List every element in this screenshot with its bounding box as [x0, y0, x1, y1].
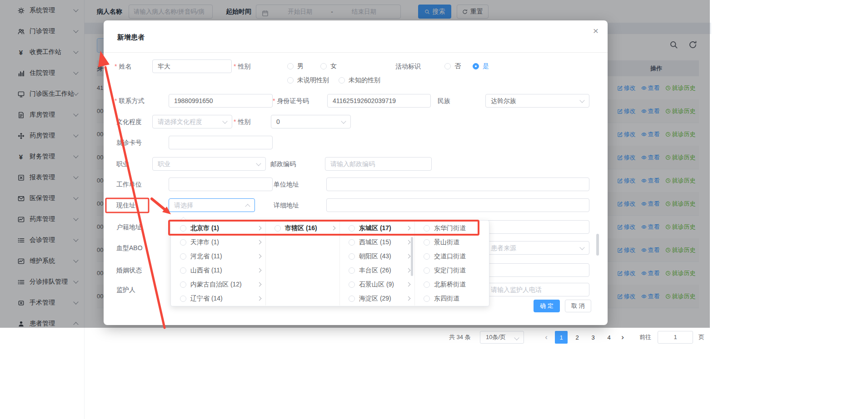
- active-flag-radio-no[interactable]: 否: [444, 59, 461, 73]
- cascader-option-beixinqiao[interactable]: 北新桥街道: [414, 277, 489, 291]
- prev-page-button[interactable]: ‹: [541, 331, 552, 344]
- modal-scrollbar[interactable]: [596, 234, 599, 256]
- cascader-option-jingshan[interactable]: 景山街道: [414, 235, 489, 249]
- chevron-right-icon: [257, 296, 262, 301]
- postcode-label: 邮政编码: [270, 157, 296, 171]
- chevron-up-icon: [245, 204, 250, 209]
- cascader-option-shixiaqu[interactable]: 市辖区 (16): [265, 221, 339, 235]
- chevron-down-icon: [579, 245, 584, 250]
- ethnicity-select[interactable]: 达斡尔族: [485, 94, 589, 108]
- next-page-button[interactable]: ›: [617, 331, 628, 344]
- chevron-down-icon: [341, 118, 346, 123]
- current-address-label: 现住址: [116, 198, 135, 212]
- chevron-right-icon: [406, 240, 411, 245]
- chevron-down-icon: [514, 335, 519, 340]
- gender-radio-unstated[interactable]: 未说明性别: [287, 74, 329, 87]
- cascader-option-tianjin[interactable]: 天津市 (1): [171, 235, 265, 249]
- active-flag-label: 活动标识: [395, 59, 421, 73]
- unit-address-input[interactable]: [326, 177, 589, 191]
- patient-source-select[interactable]: 患者来源: [485, 241, 589, 255]
- goto-label: 前往: [639, 333, 651, 341]
- household-address-label: 户籍地址: [116, 220, 142, 234]
- name-input[interactable]: 牢大: [152, 59, 232, 73]
- visit-card-input[interactable]: [169, 136, 273, 149]
- goto-unit: 页: [698, 333, 704, 341]
- cascader-option-shanxi[interactable]: 山西省 (11): [171, 263, 265, 277]
- cancel-button[interactable]: 取 消: [565, 300, 591, 312]
- cascader-district-column: 东城区 (17) 西城区 (15) 朝阳区 (43) 丰台区 (26) 石景山区…: [339, 221, 415, 306]
- work-unit-label: 工作单位: [116, 177, 142, 191]
- name-label: *姓名: [115, 59, 131, 73]
- detail-address-input[interactable]: [326, 198, 589, 212]
- marital-status-label: 婚姻状态: [116, 263, 142, 277]
- guardian-phone-input[interactable]: 请输入监护人电话: [485, 283, 589, 296]
- close-icon[interactable]: ×: [593, 26, 599, 35]
- cascader-province-column: 北京市 (1) 天津市 (1) 河北省 (11) 山西省 (11) 内蒙古自治区…: [171, 221, 266, 306]
- modal-title: 新增患者: [117, 33, 145, 42]
- guardian-label: 监护人: [116, 283, 135, 296]
- chevron-right-icon: [406, 296, 411, 301]
- id-number-label: *身份证号码: [273, 94, 309, 108]
- cascader-option-dongsi[interactable]: 东四街道: [414, 291, 489, 306]
- address-cascader-panel: 北京市 (1) 天津市 (1) 河北省 (11) 山西省 (11) 内蒙古自治区…: [170, 220, 489, 306]
- gender-code-label: *性别: [234, 115, 250, 128]
- active-flag-radio-yes[interactable]: 是: [473, 59, 489, 73]
- gender-radio-female[interactable]: 女: [320, 59, 337, 73]
- occupation-label: 职业: [116, 157, 129, 171]
- cascader-option-neimenggu[interactable]: 内蒙古自治区 (12): [171, 277, 265, 291]
- page-button-4[interactable]: 4: [603, 331, 615, 344]
- work-unit-input[interactable]: [169, 177, 273, 191]
- contact-input[interactable]: 19880991650: [169, 94, 273, 108]
- chevron-right-icon: [257, 254, 262, 259]
- cascader-option-fengtai[interactable]: 丰台区 (26): [339, 263, 414, 277]
- chevron-right-icon: [406, 282, 411, 287]
- chevron-right-icon: [406, 268, 411, 273]
- detail-address-label: 详细地址: [274, 198, 299, 212]
- education-select[interactable]: 请选择文化程度: [152, 115, 232, 128]
- id-number-input[interactable]: 411625192602039719: [327, 94, 431, 108]
- occupation-select[interactable]: 职业: [152, 157, 266, 171]
- cascader-option-andingmen[interactable]: 安定门街道: [414, 263, 489, 277]
- chevron-down-icon: [256, 161, 261, 166]
- unit-address-label: 单位地址: [274, 177, 299, 191]
- cascader-city-column: 市辖区 (16): [265, 221, 340, 306]
- gender-code-select[interactable]: 0: [271, 115, 351, 128]
- confirm-button[interactable]: 确 定: [534, 300, 560, 312]
- cascader-option-chaoyang[interactable]: 朝阳区 (43): [339, 249, 414, 263]
- cascader-street-column: 东华门街道 景山街道 交道口街道 安定门街道 北新桥街道 东四街道: [414, 221, 489, 306]
- contact-label: *联系方式: [115, 94, 144, 108]
- chevron-down-icon: [222, 118, 227, 123]
- chevron-right-icon: [406, 226, 411, 231]
- visit-card-label: 就诊卡号: [116, 136, 142, 149]
- gender-radio-male[interactable]: 男: [287, 59, 304, 73]
- app-window: 系统管理 门诊管理 ¥收费工作站 住院管理 门诊医生工作站 库房管理 药房管理 …: [0, 0, 868, 419]
- gender-label: *性别: [234, 59, 250, 73]
- current-address-cascader[interactable]: 请选择: [169, 198, 255, 212]
- cascader-option-hebei[interactable]: 河北省 (11): [171, 249, 265, 263]
- cascader-option-dongcheng[interactable]: 东城区 (17): [339, 221, 414, 235]
- page-button-2[interactable]: 2: [571, 331, 584, 344]
- cascader-option-xicheng[interactable]: 西城区 (15): [339, 235, 414, 249]
- gender-radio-unknown[interactable]: 未知的性别: [339, 74, 380, 87]
- page-size-select[interactable]: 10条/页: [480, 331, 524, 344]
- goto-page-input[interactable]: 1: [658, 331, 693, 344]
- postcode-input[interactable]: 请输入邮政编码: [325, 157, 432, 171]
- modal-divider: [104, 52, 608, 53]
- cascader-option-haidian[interactable]: 海淀区 (29): [339, 291, 414, 306]
- cascader-option-jiaodaokou[interactable]: 交道口街道: [414, 249, 489, 263]
- cascader-option-beijing[interactable]: 北京市 (1): [171, 221, 265, 235]
- cascader-option-liaoning[interactable]: 辽宁省 (14): [171, 291, 265, 306]
- education-label: 文化程度: [116, 115, 142, 128]
- cascader-scrollbar[interactable]: [411, 237, 413, 276]
- page-button-1[interactable]: 1: [555, 331, 568, 344]
- ethnicity-label: 民族: [438, 94, 450, 108]
- cascader-option-donghuamen[interactable]: 东华门街道: [414, 221, 489, 235]
- pagination-total: 共 34 条: [449, 333, 471, 341]
- cascader-option-shijingshan[interactable]: 石景山区 (9): [339, 277, 414, 291]
- chevron-down-icon: [579, 98, 584, 103]
- blood-abo-label: 血型ABO: [116, 241, 143, 255]
- chevron-right-icon: [257, 282, 262, 287]
- page-button-3[interactable]: 3: [587, 331, 599, 344]
- chevron-right-icon: [406, 254, 411, 259]
- chevron-right-icon: [257, 240, 262, 245]
